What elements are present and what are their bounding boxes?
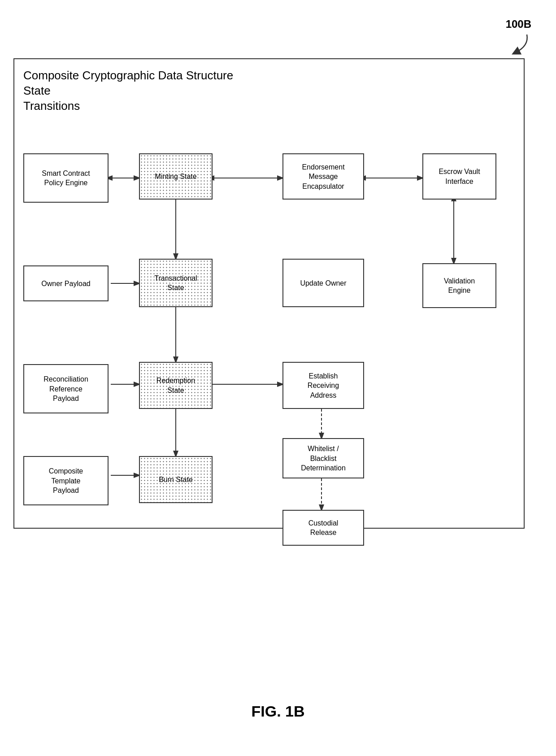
diagram-inner: Smart ContractPolicy Engine Owner Payloa… — [23, 124, 508, 514]
diagram-title: Composite Cryptographic Data Structure S… — [23, 68, 248, 113]
validation-engine-box: ValidationEngine — [422, 263, 496, 308]
smart-contract-box: Smart ContractPolicy Engine — [23, 153, 109, 203]
figure-id-label: 100B — [504, 18, 531, 30]
escrow-vault-box: Escrow VaultInterface — [422, 153, 496, 200]
page-container: 100B Composite Cryptographic Data Struct… — [0, 0, 556, 756]
figure-arrow-icon — [504, 32, 531, 55]
whitelist-box: Whitelist /BlacklistDetermination — [282, 438, 364, 478]
figure-caption: FIG. 1B — [0, 703, 556, 720]
update-owner-box: Update Owner — [282, 259, 364, 307]
endorsement-box: EndorsementMessageEncapsulator — [282, 153, 364, 200]
diagram-box: Composite Cryptographic Data Structure S… — [13, 58, 525, 529]
reconciliation-box: ReconciliationReferencePayload — [23, 364, 109, 413]
figure-id-area: 100B — [504, 18, 531, 56]
establish-receiving-box: EstablishReceivingAddress — [282, 362, 364, 409]
burn-state-box: Burn State — [139, 456, 213, 503]
custodial-release-box: CustodialRelease — [282, 510, 364, 546]
owner-payload-box: Owner Payload — [23, 265, 109, 301]
redemption-state-box: RedemptionState — [139, 362, 213, 409]
composite-template-box: CompositeTemplatePayload — [23, 456, 109, 505]
minting-state-box: Minting State — [139, 153, 213, 200]
transactional-state-box: TransactionalState — [139, 259, 213, 307]
